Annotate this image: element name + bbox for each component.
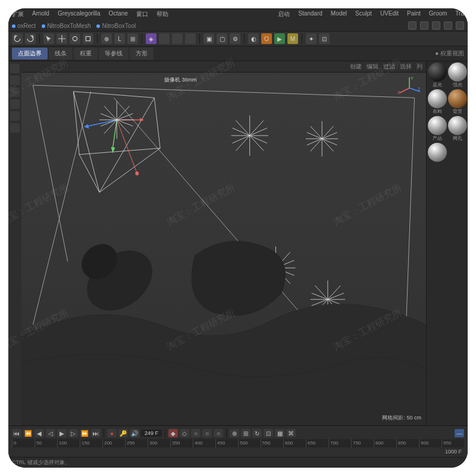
layout-icon-5[interactable] xyxy=(456,21,464,30)
redo-icon[interactable] xyxy=(25,33,36,44)
menu-octane[interactable]: Octane xyxy=(109,10,128,18)
plugin-nitroboxtomesh[interactable]: NitroBoxToMesh xyxy=(42,23,90,29)
timeline-ruler[interactable]: 0 50 100 150 200 250 300 350 400 450 500… xyxy=(12,439,464,447)
layout-icon-3[interactable] xyxy=(432,21,440,30)
current-frame-display[interactable]: 249 F xyxy=(141,430,162,437)
point-mode-icon[interactable] xyxy=(10,76,20,85)
tl-tool-4[interactable]: ⊡ xyxy=(264,429,273,437)
tl-right-toggle[interactable]: — xyxy=(455,429,464,437)
material-icon[interactable]: ◐ xyxy=(248,33,259,44)
keyframe-icon-2[interactable]: ○ xyxy=(202,429,212,437)
octane-live-icon[interactable]: ▶ xyxy=(274,33,285,44)
layout-model[interactable]: Model xyxy=(331,10,347,18)
play-icon[interactable]: ▶ xyxy=(57,429,67,437)
octane-icon[interactable]: O xyxy=(261,33,272,44)
material-swatch-6[interactable] xyxy=(448,116,467,135)
render-icon[interactable]: ▣ xyxy=(203,33,214,44)
key-position-icon[interactable]: ◆ xyxy=(168,429,178,437)
menu-help[interactable]: 帮助 xyxy=(156,10,168,18)
tool-icon-3[interactable] xyxy=(185,33,196,44)
next-key-icon[interactable]: ⏩ xyxy=(80,429,89,437)
svg-line-14 xyxy=(99,98,154,192)
render-settings-icon[interactable]: ⚙ xyxy=(230,33,240,44)
layout-startup[interactable]: 启动 xyxy=(278,10,290,18)
tab-weight[interactable]: 权重 xyxy=(74,48,98,60)
layout-sculpt[interactable]: Sculpt xyxy=(355,10,372,18)
plugins-row: oxRect NitroBoxToMesh NitroBoxTool xyxy=(8,20,468,31)
header-edit[interactable]: 编辑 xyxy=(367,62,378,71)
misc-icon-2[interactable]: ⊡ xyxy=(319,33,330,44)
tab-square[interactable]: 方形 xyxy=(130,48,154,60)
edge-mode-icon[interactable] xyxy=(10,87,20,97)
tl-tool-1[interactable]: ⊕ xyxy=(230,429,239,437)
coord-icon[interactable]: ⊞ xyxy=(127,33,138,44)
goto-start-icon[interactable]: ⏮ xyxy=(12,429,21,437)
header-select[interactable]: 选择 xyxy=(400,62,412,71)
tl-tool-5[interactable]: ▦ xyxy=(275,429,284,437)
select-icon[interactable] xyxy=(43,33,54,44)
workplane-icon[interactable] xyxy=(10,123,20,133)
move-icon[interactable] xyxy=(57,33,67,44)
tool-icon-2[interactable] xyxy=(172,33,183,44)
texture-mode-icon[interactable] xyxy=(10,111,20,121)
svg-marker-20 xyxy=(84,124,89,129)
layout-standard[interactable]: Standard xyxy=(298,10,322,18)
goto-end-icon[interactable]: ⏭ xyxy=(91,429,101,437)
layout-icon-2[interactable] xyxy=(420,21,428,30)
record-icon[interactable]: ● xyxy=(107,429,117,437)
menu-greyscalegorilla[interactable]: Greyscalegorilla xyxy=(58,10,101,18)
key-all-icon[interactable]: ◇ xyxy=(180,429,189,437)
menubar-right: 启动 Standard Model Sculpt UVEdit Paint Gr… xyxy=(278,10,464,18)
prev-frame-icon[interactable]: ◀ xyxy=(35,429,44,437)
autokey-icon[interactable]: 🔑 xyxy=(118,429,128,437)
viewport-3d[interactable]: 摄像机 36mm Y Z X xyxy=(21,73,426,425)
weight-view-label[interactable]: 权重视图 xyxy=(440,50,464,57)
layout-icon-1[interactable] xyxy=(408,21,416,30)
tl-tool-3[interactable]: ↻ xyxy=(252,429,262,437)
layout-icon-4[interactable] xyxy=(444,21,452,30)
undo-icon[interactable] xyxy=(12,33,23,44)
model-mode-icon[interactable] xyxy=(10,64,20,73)
tool-icon-1[interactable] xyxy=(159,33,170,44)
layout-uvedit[interactable]: UVEdit xyxy=(380,10,399,18)
layout-paint[interactable]: Paint xyxy=(407,10,421,18)
materials-panel: 基光 强光 布料 背景 产品 网孔 xyxy=(426,61,468,425)
tl-tool-6[interactable]: ⌘ xyxy=(286,429,296,437)
tab-lines[interactable]: 线条 xyxy=(49,48,73,60)
header-column[interactable]: 列 xyxy=(416,62,422,71)
render-region-icon[interactable]: ▢ xyxy=(217,33,227,44)
prev-key-icon[interactable]: ⏪ xyxy=(23,429,33,437)
material-swatch-4[interactable] xyxy=(448,89,467,108)
scale-icon[interactable] xyxy=(83,33,93,44)
menu-window[interactable]: 窗口 xyxy=(136,10,148,18)
xray-icon[interactable]: ◈ xyxy=(146,33,156,44)
snap-icon[interactable]: ⊕ xyxy=(101,33,112,44)
material-swatch-7[interactable] xyxy=(428,143,447,162)
keyframe-icon-1[interactable]: ○ xyxy=(191,429,201,437)
timeline-end-label: 1000 F xyxy=(12,449,464,455)
next-frame-icon[interactable]: ▷ xyxy=(68,429,78,437)
material-swatch-1[interactable] xyxy=(428,62,447,82)
plugin-oxrect[interactable]: oxRect xyxy=(12,23,36,29)
header-filter[interactable]: 过滤 xyxy=(383,62,395,71)
header-create[interactable]: 创建 xyxy=(350,62,362,71)
material-swatch-2[interactable] xyxy=(448,62,467,82)
play-back-icon[interactable]: ◁ xyxy=(46,429,55,437)
sound-icon[interactable]: 🔊 xyxy=(130,429,139,437)
axis-lock-icon[interactable]: L xyxy=(114,33,125,44)
keyframe-icon-3[interactable]: ○ xyxy=(214,429,223,437)
material-swatch-3[interactable] xyxy=(428,89,447,108)
layout-groom[interactable]: Groom xyxy=(429,10,447,18)
tab-point-edge[interactable]: 点面边界 xyxy=(12,48,48,60)
menu-extensions[interactable]: 扩展 xyxy=(12,10,24,18)
plugin-nitroboxtool[interactable]: NitroBoxTool xyxy=(96,23,136,29)
material-swatch-5[interactable] xyxy=(428,116,447,135)
polygon-mode-icon[interactable] xyxy=(10,99,20,109)
menu-arnold[interactable]: Arnold xyxy=(32,10,49,18)
rotate-icon[interactable] xyxy=(70,33,80,44)
tab-isoparm[interactable]: 等参线 xyxy=(99,48,129,60)
tl-tool-2[interactable]: ⊞ xyxy=(241,429,250,437)
layout-tracker[interactable]: Tra xyxy=(455,10,464,18)
magic-bullet-icon[interactable]: M xyxy=(287,33,298,44)
misc-icon-1[interactable]: ✦ xyxy=(306,33,317,44)
